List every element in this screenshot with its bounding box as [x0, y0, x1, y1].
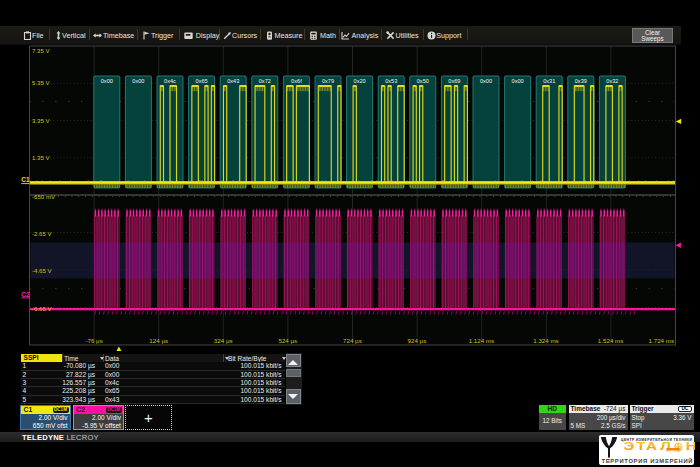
svg-text:3.35 V: 3.35 V	[32, 117, 51, 124]
svg-text:-4.65 V: -4.65 V	[32, 267, 53, 274]
svg-text:Э: Э	[623, 440, 634, 452]
svg-text:C1: C1	[21, 176, 30, 183]
svg-text:Т: Т	[636, 440, 645, 452]
svg-text:0x31: 0x31	[543, 78, 555, 84]
svg-text:0x20: 0x20	[354, 78, 366, 84]
svg-text:324 µs: 324 µs	[214, 337, 233, 344]
svg-text:124 µs: 124 µs	[149, 337, 168, 344]
svg-text:ТЕРРИТОРИЯ ИЗМЕРЕНИЙ: ТЕРРИТОРИЯ ИЗМЕРЕНИЙ	[601, 457, 692, 464]
svg-text:0x69: 0x69	[448, 78, 460, 84]
svg-text:C2: C2	[21, 291, 30, 298]
svg-text:0x6f: 0x6f	[291, 78, 302, 84]
svg-text:1.35 V: 1.35 V	[32, 154, 51, 161]
svg-text:0x32: 0x32	[606, 78, 618, 84]
svg-text:-6.65 V: -6.65 V	[32, 305, 53, 312]
svg-text:0x50: 0x50	[417, 78, 429, 84]
svg-text:1.524 ms: 1.524 ms	[598, 337, 623, 344]
svg-text:924 µs: 924 µs	[408, 337, 427, 344]
svg-text:1.724 ms: 1.724 ms	[649, 337, 674, 344]
svg-text:0x79: 0x79	[322, 78, 334, 84]
svg-text:7.35 V: 7.35 V	[32, 47, 51, 54]
svg-text:-76 µs: -76 µs	[85, 337, 102, 344]
svg-text:-650 mV: -650 mV	[32, 193, 56, 200]
svg-text:0x4c: 0x4c	[164, 78, 176, 84]
svg-text:1.124 ms: 1.124 ms	[469, 337, 494, 344]
svg-text:0x39: 0x39	[575, 78, 587, 84]
svg-text:ПРИБОР: ПРИБОР	[667, 448, 678, 451]
svg-text:0x00: 0x00	[512, 78, 524, 84]
svg-text:0x00: 0x00	[132, 78, 144, 84]
svg-text:-2.65 V: -2.65 V	[32, 230, 53, 237]
svg-text:0x65: 0x65	[196, 78, 208, 84]
svg-text:1.324 ms: 1.324 ms	[533, 337, 558, 344]
svg-text:524 µs: 524 µs	[278, 337, 297, 344]
svg-text:0x53: 0x53	[385, 78, 397, 84]
svg-text:0x00: 0x00	[101, 78, 113, 84]
svg-text:0x72: 0x72	[259, 78, 271, 84]
svg-text:0x00: 0x00	[480, 78, 492, 84]
svg-text:Н: Н	[685, 440, 694, 452]
svg-text:5.35 V: 5.35 V	[32, 79, 51, 86]
svg-text:А: А	[646, 440, 657, 452]
svg-text:0x43: 0x43	[227, 78, 239, 84]
svg-text:724 µs: 724 µs	[343, 337, 362, 344]
